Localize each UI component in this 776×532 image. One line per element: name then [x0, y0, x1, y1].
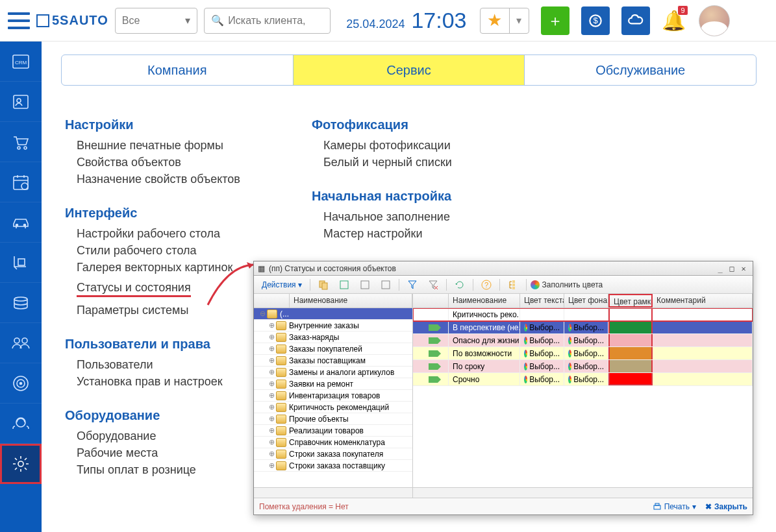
search-input[interactable]: [228, 8, 323, 33]
col-name-r[interactable]: Наименование: [449, 294, 520, 308]
tab-maintenance[interactable]: Обслуживание: [525, 55, 756, 85]
col-framecolor[interactable]: Цвет рамки: [608, 294, 653, 308]
tb-btn-1[interactable]: [314, 278, 332, 291]
tb-btn-2[interactable]: [335, 278, 353, 291]
sidebar-settings[interactable]: [0, 444, 42, 484]
grid-row[interactable]: Критичность реко...: [413, 308, 753, 321]
sidebar-cart[interactable]: [0, 122, 42, 162]
sidebar-target[interactable]: [0, 363, 42, 404]
logo-icon: [36, 14, 49, 27]
menu-icon[interactable]: [8, 12, 30, 29]
grid-row[interactable]: Опасно для жизни...Выбор...Выбор...: [413, 334, 753, 347]
sidebar-calendar[interactable]: [0, 162, 42, 202]
tree-icon[interactable]: [504, 278, 522, 291]
col-comment[interactable]: Комментарий: [653, 294, 753, 308]
cloud-icon[interactable]: [621, 6, 650, 35]
grid-row[interactable]: По срокуВыбор...Выбор...: [413, 360, 753, 373]
section-initial[interactable]: Начальная настройка: [312, 189, 519, 204]
modal-titlebar[interactable]: ▦ (пп) Статусы и состояния объектов _ □ …: [254, 261, 753, 276]
date-time: 25.04.2024 17:03: [346, 8, 466, 33]
link-print-forms[interactable]: Внешние печатные формы: [77, 139, 273, 152]
section-hardware[interactable]: Оборудование: [65, 408, 273, 423]
sidebar-dolly[interactable]: [0, 243, 42, 283]
chevron-down-icon[interactable]: ▾: [509, 8, 529, 33]
col-name[interactable]: Наименование: [290, 294, 412, 308]
section-photo[interactable]: Фотофиксация: [312, 117, 519, 132]
tb-btn-3[interactable]: [356, 278, 374, 291]
filter-select[interactable]: Все ▾: [115, 8, 198, 34]
tb-btn-4[interactable]: [377, 278, 395, 291]
svg-point-14: [14, 338, 19, 343]
gear-dollar-icon[interactable]: $: [581, 6, 610, 35]
link-statuses[interactable]: Статусы и состояния: [77, 281, 191, 297]
tree-row[interactable]: ⊕Реализации товаров: [254, 425, 412, 437]
sidebar-headset[interactable]: [0, 404, 42, 444]
notifications-icon[interactable]: 🔔 9: [662, 9, 686, 32]
tree-row[interactable]: ⊕Заказы покупателей: [254, 343, 412, 355]
minimize-icon[interactable]: _: [715, 264, 725, 273]
close-button[interactable]: ✖ Закрыть: [705, 502, 747, 511]
search-box[interactable]: 🔍: [204, 8, 331, 34]
link-payment-types[interactable]: Типы оплат в рознице: [77, 463, 273, 477]
favorites-button[interactable]: ★ ▾: [480, 8, 529, 34]
sidebar-crm[interactable]: CRM: [0, 42, 42, 82]
tree-row[interactable]: ⊕Критичность рекомендаций: [254, 402, 412, 413]
close-icon[interactable]: ✕: [738, 264, 749, 273]
maximize-icon[interactable]: □: [727, 264, 737, 273]
tab-service[interactable]: Сервис: [294, 55, 525, 85]
sidebar-car[interactable]: [0, 202, 42, 243]
tree-row[interactable]: ⊕Справочник номенклатура: [254, 437, 412, 448]
add-button[interactable]: ＋: [541, 6, 569, 35]
link-hardware[interactable]: Оборудование: [77, 429, 273, 443]
tree-row[interactable]: ⊕Внутренние заказы: [254, 320, 412, 332]
logo-text: 5SAUTO: [52, 13, 108, 28]
section-users[interactable]: Пользователи и права: [65, 337, 273, 352]
section-interface[interactable]: Интерфейс: [65, 206, 273, 221]
tab-company[interactable]: Компания: [62, 55, 294, 85]
sidebar-contacts[interactable]: [0, 82, 42, 122]
tree[interactable]: ⊖ (... ⊕Внутренние заказы⊕Заказ-наряды⊕З…: [254, 308, 412, 487]
filter-icon[interactable]: [403, 278, 421, 291]
print-button[interactable]: Печать ▾: [653, 502, 696, 511]
grid-row[interactable]: СрочноВыбор...Выбор...: [413, 373, 753, 386]
sidebar-coins[interactable]: [0, 283, 42, 323]
actions-menu[interactable]: Действия ▾: [258, 279, 306, 291]
link-lists[interactable]: Белый и черный списки: [323, 156, 519, 169]
link-workplaces[interactable]: Рабочие места: [77, 446, 273, 460]
grid-row[interactable]: В перспективе (не...Выбор...Выбор...: [413, 321, 753, 334]
link-initial-fill[interactable]: Начальное заполнение: [323, 210, 519, 224]
link-cameras[interactable]: Камеры фотофиксации: [323, 139, 519, 152]
link-wizard[interactable]: Мастер настройки: [323, 227, 519, 241]
sidebar-group[interactable]: [0, 323, 42, 363]
link-desktop-settings[interactable]: Настройки рабочего стола: [77, 227, 273, 241]
link-users[interactable]: Пользователи: [77, 358, 273, 372]
clear-filter-icon[interactable]: [424, 278, 442, 291]
link-assign-props[interactable]: Назначение свойств объектов: [77, 173, 273, 186]
user-avatar[interactable]: [699, 5, 730, 36]
grid-row[interactable]: По возможностиВыбор...Выбор...: [413, 347, 753, 360]
tree-row[interactable]: ⊕Строки заказа покупателя: [254, 448, 412, 460]
fill-colors-button[interactable]: Заполнить цвета: [531, 280, 603, 289]
tree-row[interactable]: ⊕Строки заказа поставщику: [254, 460, 412, 472]
tree-root[interactable]: ⊖ (...: [254, 308, 412, 320]
tree-row[interactable]: ⊕Инвентаризация товаров: [254, 390, 412, 402]
help-icon[interactable]: ?: [477, 278, 495, 291]
link-permissions[interactable]: Установка прав и настроек: [77, 375, 273, 389]
tree-row[interactable]: ⊕Заказ-наряды: [254, 332, 412, 343]
refresh-icon[interactable]: [451, 278, 469, 291]
svg-text:CRM: CRM: [15, 60, 27, 66]
tree-row[interactable]: ⊕Заявки на ремонт: [254, 378, 412, 390]
col-textcolor[interactable]: Цвет текста: [520, 294, 564, 308]
tree-row[interactable]: ⊕Замены и аналоги артикулов: [254, 367, 412, 378]
col-bgcolor[interactable]: Цвет фона: [564, 294, 608, 308]
tree-row[interactable]: ⊕Прочие объекты: [254, 413, 412, 425]
section-settings[interactable]: Настройки: [65, 117, 273, 132]
h-scrollbar-left[interactable]: [254, 487, 412, 498]
right-rows[interactable]: Критичность реко...В перспективе (не...В…: [413, 308, 753, 487]
annotation-arrow: [201, 260, 260, 311]
h-scrollbar-right[interactable]: [413, 487, 753, 498]
link-object-props[interactable]: Свойства объектов: [77, 156, 273, 169]
svg-point-20: [18, 461, 23, 466]
tree-row[interactable]: ⊕Заказы поставщикам: [254, 355, 412, 367]
link-desktop-styles[interactable]: Стили рабочего стола: [77, 244, 273, 258]
